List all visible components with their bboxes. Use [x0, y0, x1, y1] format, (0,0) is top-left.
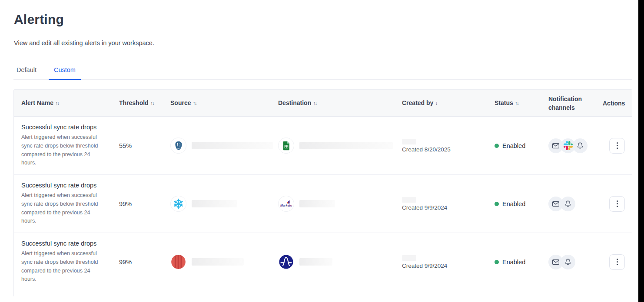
status-label: Enabled — [502, 142, 525, 149]
redacted-creator-name — [402, 197, 416, 203]
bell-channel-icon — [561, 197, 575, 211]
redacted-creator-name — [402, 139, 416, 144]
source-cell — [170, 254, 278, 270]
postgresql-icon — [170, 138, 186, 154]
created-date: Created 8/20/2025 — [402, 146, 495, 153]
col-header-alert-name[interactable]: Alert Name↑↓ — [21, 98, 119, 108]
sort-icon: ↑↓ — [313, 100, 316, 106]
actions-cell — [603, 254, 632, 270]
bell-channel-icon — [561, 255, 575, 269]
alert-name-cell: Successful sync rate drops Alert trigger… — [21, 182, 119, 226]
col-header-created-by[interactable]: Created by↓ — [402, 98, 495, 108]
status-label: Enabled — [502, 259, 525, 266]
status-label: Enabled — [502, 200, 525, 207]
redacted-destination-name — [299, 142, 393, 149]
redacted-source-name — [192, 142, 273, 149]
status-dot — [495, 260, 499, 264]
notification-channels-cell — [548, 138, 603, 153]
sort-icon: ↑↓ — [515, 100, 518, 106]
col-header-threshold[interactable]: Threshold↑↓ — [119, 98, 170, 108]
threshold-value: 55% — [119, 142, 170, 149]
alert-name-cell: Successful sync rate drops Alert trigger… — [21, 124, 119, 167]
redacted-creator-name — [402, 255, 416, 261]
threshold-value: 99% — [119, 259, 170, 266]
row-actions-kebab-button[interactable] — [609, 254, 625, 270]
status-cell: Enabled — [495, 200, 548, 207]
redacted-destination-name — [299, 200, 335, 207]
red-striped-database-icon — [170, 254, 186, 270]
amplitude-icon — [278, 254, 294, 270]
table-row: Successful sync rate drops Alert trigger… — [14, 174, 632, 233]
sort-icon: ↑↓ — [193, 100, 196, 106]
alerting-page: Alerting View and edit all existing aler… — [0, 0, 638, 302]
status-cell: Enabled — [495, 142, 548, 149]
tab-default[interactable]: Default — [13, 62, 42, 79]
marketo-icon: Marketo — [278, 196, 294, 212]
alert-name: Successful sync rate drops — [21, 124, 119, 131]
created-date: Created 9/9/2024 — [402, 263, 495, 269]
created-date: Created 9/9/2024 — [402, 204, 495, 211]
notification-channels-cell — [548, 197, 603, 211]
col-header-source[interactable]: Source↑↓ — [170, 98, 278, 108]
threshold-value: 99% — [119, 200, 170, 207]
snowflake-icon — [170, 196, 186, 212]
redacted-source-name — [192, 258, 244, 266]
alert-description: Alert triggered when successful sync rat… — [21, 249, 102, 284]
source-cell — [170, 196, 278, 212]
status-dot — [495, 144, 499, 148]
table-row: Successful sync rate drops Alert trigger… — [14, 116, 632, 174]
col-header-destination[interactable]: Destination↑↓ — [278, 98, 402, 108]
table-row-partial — [14, 291, 632, 296]
redacted-source-name — [192, 200, 237, 207]
status-cell: Enabled — [495, 259, 548, 266]
alert-description: Alert triggered when successful sync rat… — [21, 191, 102, 226]
google-sheets-icon — [278, 138, 294, 154]
alerts-table: Alert Name↑↓ Threshold↑↓ Source↑↓ Destin… — [13, 89, 632, 296]
destination-cell — [278, 138, 402, 154]
redacted-destination-name — [299, 258, 332, 266]
created-by-cell: Created 9/9/2024 — [402, 197, 495, 211]
page-title: Alerting — [14, 12, 638, 27]
created-by-cell: Created 9/9/2024 — [402, 255, 495, 269]
sort-icon: ↑↓ — [55, 100, 59, 106]
page-subtitle: View and edit all existing alerts in you… — [14, 39, 638, 46]
alert-description: Alert triggered when successful sync rat… — [21, 133, 102, 167]
alert-name-cell: Successful sync rate drops Alert trigger… — [21, 240, 119, 284]
row-actions-kebab-button[interactable] — [609, 138, 625, 154]
bell-channel-icon — [573, 138, 588, 153]
destination-cell: Marketo — [278, 196, 402, 212]
col-header-actions: Actions — [603, 99, 632, 108]
status-dot — [495, 202, 499, 206]
table-header-row: Alert Name↑↓ Threshold↑↓ Source↑↓ Destin… — [14, 90, 632, 116]
actions-cell — [603, 196, 632, 212]
alert-name: Successful sync rate drops — [21, 240, 119, 247]
tab-bar: Default Custom — [13, 62, 632, 80]
row-actions-kebab-button[interactable] — [609, 196, 625, 212]
right-edge-black-strip — [638, 0, 644, 302]
sort-icon: ↑↓ — [150, 100, 154, 106]
col-header-notification-channels: Notification channels — [548, 95, 592, 112]
tab-custom[interactable]: Custom — [49, 62, 81, 80]
destination-cell — [278, 254, 402, 270]
alert-name: Successful sync rate drops — [21, 182, 119, 189]
table-row: Successful sync rate drops Alert trigger… — [14, 233, 632, 291]
created-by-cell: Created 8/20/2025 — [402, 139, 495, 153]
actions-cell — [603, 138, 632, 154]
notification-channels-cell — [548, 255, 603, 269]
sort-down-icon: ↓ — [435, 100, 438, 106]
source-cell — [170, 138, 278, 154]
col-header-status[interactable]: Status↑↓ — [495, 98, 548, 108]
